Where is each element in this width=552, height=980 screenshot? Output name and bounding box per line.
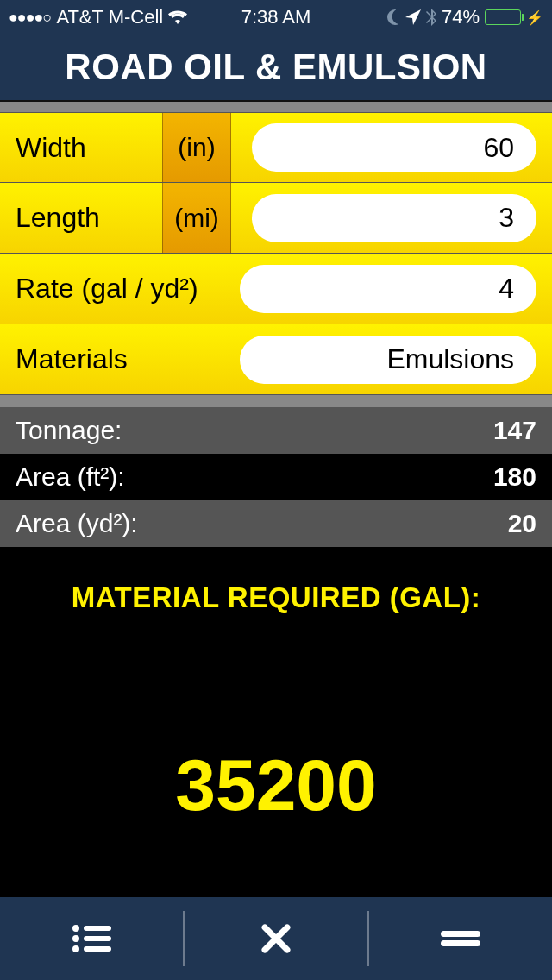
area-yd2-label: Area (yd²): [16,509,138,538]
close-button[interactable] [185,908,367,969]
inputs-section: Width (in) 60 Length (mi) 3 Rate (gal / … [0,102,552,407]
svg-point-2 [72,935,79,942]
material-required-heading: MATERIAL REQUIRED (GAL): [0,581,552,614]
moon-icon [385,9,400,25]
svg-point-0 [72,925,79,932]
svg-rect-3 [84,936,111,941]
status-right: 74% ⚡ [310,6,543,28]
length-label: Length [16,202,162,234]
bluetooth-icon [426,9,436,26]
charging-bolt-icon: ⚡ [526,9,543,26]
materials-select[interactable]: Emulsions [240,336,536,384]
area-ft2-label: Area (ft²): [16,462,125,492]
close-icon [261,924,291,953]
tonnage-value: 147 [493,416,536,445]
battery-percent: 74% [442,6,480,28]
width-row: Width (in) 60 [0,112,552,183]
material-required-value: 35200 [0,744,552,827]
location-arrow-icon [405,9,421,25]
svg-rect-7 [441,940,480,946]
signal-dots-icon: ●●●●○ [9,9,51,27]
rate-input[interactable]: 4 [240,265,536,313]
material-required-section: MATERIAL REQUIRED (GAL): 35200 [0,547,552,827]
menu-button[interactable] [369,908,552,969]
list-button[interactable] [0,908,183,969]
svg-point-4 [72,945,79,952]
carrier-label: AT&T M-Cell [56,6,163,28]
width-label: Width [16,132,162,164]
rate-label: Rate (gal / yd²) [16,273,240,305]
materials-label: Materials [16,343,240,375]
svg-rect-5 [84,946,111,952]
area-yd2-row: Area (yd²): 20 [0,500,552,547]
area-ft2-value: 180 [493,462,536,492]
page-title: ROAD OIL & EMULSION [0,35,552,102]
area-ft2-row: Area (ft²): 180 [0,454,552,500]
materials-row: Materials Emulsions [0,324,552,395]
length-input[interactable]: 3 [252,194,536,242]
list-icon [72,924,111,953]
results-section: Tonnage: 147 Area (ft²): 180 Area (yd²):… [0,407,552,827]
svg-rect-1 [84,926,111,931]
status-bar: ●●●●○ AT&T M-Cell 7:38 AM 74% ⚡ [0,0,552,35]
tonnage-row: Tonnage: 147 [0,407,552,454]
status-left: ●●●●○ AT&T M-Cell [9,6,242,28]
rate-row: Rate (gal / yd²) 4 [0,254,552,324]
wifi-icon [168,9,187,25]
length-row: Length (mi) 3 [0,183,552,254]
status-time: 7:38 AM [242,6,311,28]
menu-icon [441,929,480,948]
length-unit-button[interactable]: (mi) [162,183,231,253]
battery-icon [485,9,521,25]
area-yd2-value: 20 [508,509,536,538]
svg-rect-6 [441,931,480,937]
width-unit-button[interactable]: (in) [162,113,231,182]
tonnage-label: Tonnage: [16,416,122,445]
bottom-toolbar [0,897,552,980]
width-input[interactable]: 60 [252,123,536,172]
